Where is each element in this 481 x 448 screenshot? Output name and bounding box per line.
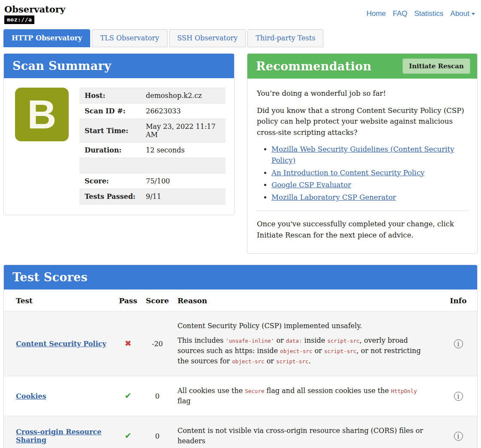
tab-tls-observatory[interactable]: TLS Observatory — [92, 29, 167, 47]
test-link-cross-origin-resource-sharing[interactable]: Cross-origin Resource Sharing — [16, 428, 101, 444]
start-time-value: May 23, 2022 11:17 AM — [140, 119, 225, 143]
reason-cell: Content Security Policy (CSP) implemente… — [173, 311, 439, 376]
score-cell: 0 — [141, 416, 173, 448]
field-label: Duration: — [79, 143, 140, 158]
recommendation-outro: Once you've successfully completed your … — [257, 219, 468, 241]
scan-summary-body: B Host: demoshop.k2.cz Scan ID #: 266230… — [4, 78, 234, 215]
list-item: Mozilla Web Security Guidelines (Content… — [271, 144, 468, 166]
summary-row-spacer — [79, 158, 225, 174]
list-item: Mozilla Laboratory CSP Generator — [271, 192, 468, 203]
field-value — [140, 158, 225, 174]
reason-text: Content is not visible via cross-origin … — [177, 426, 428, 446]
nav-statistics[interactable]: Statistics — [414, 9, 444, 18]
chevron-down-icon — [472, 13, 475, 15]
recommendation-header: Recommendation Initiate Rescan — [247, 54, 477, 79]
tab-ssh-observatory[interactable]: SSH Observatory — [169, 29, 246, 47]
site-header: Observatory moz://a Home FAQ Statistics … — [3, 3, 478, 24]
reason-text: All cookies use the Secure flag and all … — [177, 386, 428, 406]
list-item: Google CSP Evaluator — [271, 180, 468, 191]
link-introduction-to-csp[interactable]: An Introduction to Content Security Poli… — [271, 169, 424, 177]
field-label: Tests Passed: — [79, 189, 140, 204]
scan-summary-panel: Scan Summary B Host: demoshop.k2.cz Scan… — [3, 53, 234, 215]
summary-row-start-time: Start Time: May 23, 2022 11:17 AM — [79, 119, 225, 143]
site-title: Observatory — [4, 4, 65, 15]
nav-faq[interactable]: FAQ — [393, 9, 408, 18]
field-label: Scan ID #: — [79, 104, 140, 119]
scan-id-value: 26623033 — [140, 104, 225, 119]
page: Observatory moz://a Home FAQ Statistics … — [0, 0, 481, 448]
info-icon[interactable] — [454, 432, 463, 441]
table-row-csp: Content Security Policy ✖ -20 Content Se… — [4, 311, 477, 376]
check-icon: ✔ — [125, 431, 131, 440]
summary-row-score: Score: 75/100 — [79, 174, 225, 189]
test-scores-header: Test Scores — [4, 265, 477, 290]
duration-value: 12 seconds — [140, 143, 225, 158]
column-header-test: Test — [4, 290, 115, 311]
tab-http-observatory[interactable]: HTTP Observatory — [3, 29, 90, 47]
reason-cell: All cookies use the Secure flag and all … — [173, 376, 439, 416]
column-header-score: Score — [141, 290, 173, 311]
scan-summary-table: Host: demoshop.k2.cz Scan ID #: 26623033… — [79, 88, 225, 204]
test-scores-panel: Test Scores Test Pass Score Reason Info … — [3, 265, 478, 448]
scan-summary-title: Scan Summary — [12, 59, 225, 73]
mozilla-logo: moz://a — [4, 15, 34, 24]
initiate-rescan-button[interactable]: Initiate Rescan — [402, 58, 470, 74]
summary-row-host: Host: demoshop.k2.cz — [79, 88, 225, 104]
table-header-row: Test Pass Score Reason Info — [4, 290, 477, 311]
tab-third-party-tests[interactable]: Third-party Tests — [247, 29, 323, 47]
column-header-pass: Pass — [115, 290, 141, 311]
summary-row-duration: Duration: 12 seconds — [79, 143, 225, 158]
summary-row-tests-passed: Tests Passed: 9/11 — [79, 189, 225, 204]
field-label — [79, 158, 140, 174]
score-value: 75/100 — [140, 174, 225, 189]
check-icon: ✔ — [125, 391, 131, 400]
recommendation-intro: You’re doing a wonderful job so far! — [257, 88, 468, 99]
reason-cell: Content is not visible via cross-origin … — [173, 416, 439, 448]
column-header-info: Info — [439, 290, 477, 311]
info-icon[interactable] — [454, 392, 463, 401]
reason-text: This includes 'unsafe-inline' or data: i… — [177, 335, 428, 366]
summary-row-scan-id: Scan ID #: 26623033 — [79, 104, 225, 119]
field-label: Score: — [79, 174, 140, 189]
recommendation-body: You’re doing a wonderful job so far! Did… — [247, 79, 477, 253]
table-row-cookies: Cookies ✔ 0 All cookies use the Secure f… — [4, 376, 477, 416]
link-mozilla-web-security-guidelines[interactable]: Mozilla Web Security Guidelines (Content… — [271, 145, 454, 165]
recommendation-panel: Recommendation Initiate Rescan You’re do… — [247, 53, 478, 254]
test-scores-table: Test Pass Score Reason Info Content Secu… — [4, 290, 477, 448]
cross-icon: ✖ — [125, 338, 131, 348]
recommendation-text: Did you know that a strong Content Secur… — [257, 105, 468, 138]
table-row-cors: Cross-origin Resource Sharing ✔ 0 Conten… — [4, 416, 477, 448]
link-mozilla-laboratory-csp-generator[interactable]: Mozilla Laboratory CSP Generator — [271, 193, 396, 201]
field-label: Host: — [79, 88, 140, 104]
nav-about-label: About — [451, 9, 469, 18]
top-row: Scan Summary B Host: demoshop.k2.cz Scan… — [3, 53, 478, 254]
main-nav: Home FAQ Statistics About — [366, 9, 475, 18]
host-value: demoshop.k2.cz — [140, 88, 225, 104]
tests-passed-value: 9/11 — [140, 189, 225, 204]
score-cell: 0 — [141, 376, 173, 416]
test-scores-title: Test Scores — [12, 271, 469, 284]
test-link-content-security-policy[interactable]: Content Security Policy — [16, 340, 107, 348]
divider — [256, 210, 469, 211]
test-link-cookies[interactable]: Cookies — [16, 392, 46, 400]
recommendation-title: Recommendation — [256, 60, 371, 73]
reason-text: Content Security Policy (CSP) implemente… — [177, 321, 428, 331]
nav-home[interactable]: Home — [366, 9, 386, 18]
info-icon[interactable] — [454, 339, 463, 348]
list-item: An Introduction to Content Security Poli… — [271, 168, 468, 179]
scan-summary-header: Scan Summary — [4, 54, 234, 78]
field-label: Start Time: — [79, 119, 140, 143]
link-google-csp-evaluator[interactable]: Google CSP Evaluator — [271, 181, 351, 189]
recommendation-links: Mozilla Web Security Guidelines (Content… — [257, 144, 468, 203]
tab-bar: HTTP Observatory TLS Observatory SSH Obs… — [3, 29, 478, 47]
score-cell: -20 — [141, 311, 173, 376]
main-content: Scan Summary B Host: demoshop.k2.cz Scan… — [3, 53, 478, 448]
grade-badge: B — [15, 88, 69, 141]
column-header-reason: Reason — [173, 290, 439, 311]
brand: Observatory moz://a — [4, 4, 65, 24]
nav-about[interactable]: About — [451, 9, 475, 18]
